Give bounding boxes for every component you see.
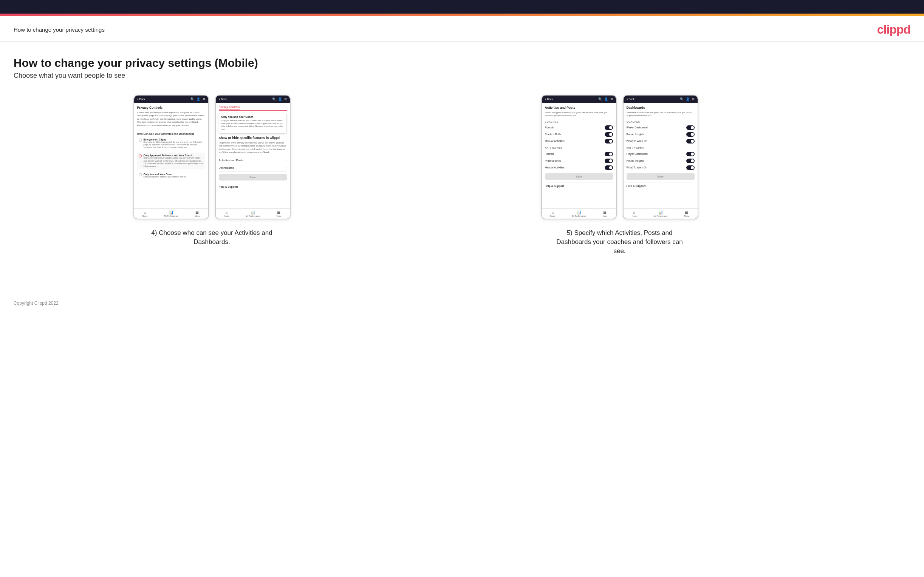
toggle-coaches-player-dashboard-switch[interactable] xyxy=(686,126,695,130)
toggle-coaches-what-to-work[interactable]: What To Work On xyxy=(627,138,695,145)
toggle-coaches-round-insights-switch[interactable] xyxy=(686,132,695,137)
nav-performance-3[interactable]: 📊 My Performance xyxy=(572,210,586,217)
toggle-coaches-drills-switch[interactable] xyxy=(605,132,613,137)
toggle-followers-rounds-label: Rounds xyxy=(545,153,554,155)
phone-back-4[interactable]: < Back xyxy=(627,98,635,100)
nav-home-3[interactable]: ⌂ Home xyxy=(550,210,555,217)
toggle-coaches-what-to-work-switch[interactable] xyxy=(686,139,695,143)
person-icon-2[interactable]: 👤 xyxy=(278,97,282,101)
privacy-tab-2: Privacy Controls xyxy=(219,106,287,111)
phone-screen-3: < Back 🔍 👤 ⚙ Activities and Posts Select… xyxy=(541,95,617,219)
toggle-followers-rounds-switch[interactable] xyxy=(605,152,613,156)
search-icon-4[interactable]: 🔍 xyxy=(680,97,684,101)
who-can-see-label: Who Can See Your Activities and Dashboar… xyxy=(137,132,205,135)
nav-menu-2[interactable]: ☰ Menu xyxy=(277,210,281,217)
menu-dashboards-2[interactable]: Dashboards › xyxy=(219,164,287,172)
phone-icons-2: 🔍 👤 ⚙ xyxy=(272,97,287,101)
popup-box-2: Only You and Your Coach Only you and the… xyxy=(219,113,287,134)
followers-label-3: FOLLOWERS xyxy=(545,147,613,150)
coaches-label-4: COACHES xyxy=(627,121,695,123)
nav-home-4[interactable]: ⌂ Home xyxy=(632,210,637,217)
toggle-coaches-manual-switch[interactable] xyxy=(605,139,613,143)
home-icon-1: ⌂ xyxy=(144,210,146,214)
caption-5: 5) Specify which Activities, Posts and D… xyxy=(556,229,684,255)
option-approved-title: Only Approved Followers and Your Coach xyxy=(144,154,204,157)
toggle-followers-what-to-work[interactable]: What To Work On xyxy=(627,164,695,171)
option-coach-only-title: Only You and Your Coach xyxy=(144,173,186,176)
save-btn-2[interactable]: Save xyxy=(219,174,287,181)
screenshots-row: < Back 🔍 👤 ⚙ Privacy Controls Control ho… xyxy=(14,95,818,255)
toggle-coaches-manual[interactable]: Manual Activities xyxy=(545,138,613,145)
toggle-followers-player-dashboard-label: Player Dashboard xyxy=(627,153,648,155)
nav-menu-1[interactable]: ☰ Menu xyxy=(195,210,200,217)
settings-icon-2[interactable]: ⚙ xyxy=(284,97,287,101)
dashboards-title: Dashboards xyxy=(627,106,695,110)
toggle-coaches-rounds-switch[interactable] xyxy=(605,126,613,130)
menu-activities-2[interactable]: Activities and Posts › xyxy=(219,157,287,164)
nav-performance-2[interactable]: 📊 My Performance xyxy=(246,210,260,217)
option-approved[interactable]: Only Approved Followers and Your Coach O… xyxy=(137,153,205,169)
help-support-4: Help & Support xyxy=(627,185,695,187)
phone-topbar-4: < Back 🔍 👤 ⚙ xyxy=(624,95,698,103)
menu-dashboards-arrow-2: › xyxy=(286,166,287,169)
toggle-coaches-player-dashboard[interactable]: Player Dashboard xyxy=(627,124,695,131)
nav-menu-3[interactable]: ☰ Menu xyxy=(603,210,608,217)
nav-home-1[interactable]: ⌂ Home xyxy=(142,210,147,217)
radio-circle-coach-only xyxy=(139,173,142,176)
toggle-followers-manual-switch[interactable] xyxy=(605,165,613,170)
show-hide-body-2: Regardless of the privacy controls that … xyxy=(219,141,287,154)
option-everyone-body: Everyone on Clippd can search for you an… xyxy=(144,141,204,149)
settings-icon-4[interactable]: ⚙ xyxy=(692,97,695,101)
chart-icon-4: 📊 xyxy=(658,210,663,214)
toggle-followers-manual-label: Manual Activities xyxy=(545,166,565,169)
search-icon-3[interactable]: 🔍 xyxy=(598,97,602,101)
toggle-coaches-rounds[interactable]: Rounds xyxy=(545,124,613,131)
option-approved-body: Only approved followers and coaches you … xyxy=(144,157,204,168)
person-icon-3[interactable]: 👤 xyxy=(604,97,608,101)
toggle-followers-manual[interactable]: Manual Activities xyxy=(545,164,613,171)
search-icon-2[interactable]: 🔍 xyxy=(272,97,276,101)
phone-bottom-nav-4: ⌂ Home 📊 My Performance ☰ Menu xyxy=(624,208,698,219)
toggle-followers-round-insights-switch[interactable] xyxy=(686,159,695,163)
settings-icon-1[interactable]: ⚙ xyxy=(203,97,205,101)
search-icon-1[interactable]: 🔍 xyxy=(191,97,194,101)
toggle-followers-player-dashboard[interactable]: Player Dashboard xyxy=(627,151,695,158)
toggle-followers-drills-switch[interactable] xyxy=(605,159,613,163)
phone-icons-1: 🔍 👤 ⚙ xyxy=(191,97,205,101)
toggle-followers-what-to-work-switch[interactable] xyxy=(686,165,695,170)
settings-icon-3[interactable]: ⚙ xyxy=(610,97,613,101)
option-coach-only[interactable]: Only You and Your Coach Only you and the… xyxy=(137,171,205,180)
toggle-followers-player-dashboard-switch[interactable] xyxy=(686,152,695,156)
person-icon-1[interactable]: 👤 xyxy=(197,97,200,101)
phone-content-3: Activities and Posts Select the types of… xyxy=(542,103,616,208)
menu-icon-1: ☰ xyxy=(195,210,199,214)
copyright: Copyright Clippd 2022 xyxy=(14,301,58,306)
toggle-coaches-round-insights[interactable]: Round Insights xyxy=(627,131,695,138)
phone-back-1[interactable]: < Back xyxy=(137,98,145,100)
option-everyone[interactable]: Everyone on Clippd Everyone on Clippd ca… xyxy=(137,137,205,150)
nav-performance-1[interactable]: 📊 My Performance xyxy=(165,210,178,217)
phone-icons-3: 🔍 👤 ⚙ xyxy=(598,97,613,101)
phone-back-3[interactable]: < Back xyxy=(545,98,553,100)
toggle-coaches-rounds-label: Rounds xyxy=(545,126,554,129)
nav-home-2[interactable]: ⌂ Home xyxy=(224,210,229,217)
privacy-tab-label-2[interactable]: Privacy Controls xyxy=(219,106,240,110)
phone-bottom-nav-1: ⌂ Home 📊 My Performance ☰ Menu xyxy=(134,208,208,219)
person-icon-4[interactable]: 👤 xyxy=(686,97,690,101)
nav-menu-4[interactable]: ☰ Menu xyxy=(684,210,689,217)
toggle-coaches-drills[interactable]: Practice Drills xyxy=(545,131,613,138)
option-everyone-title: Everyone on Clippd xyxy=(144,138,204,141)
toggle-followers-drills[interactable]: Practice Drills xyxy=(545,158,613,164)
toggle-followers-round-insights[interactable]: Round Insights xyxy=(627,158,695,164)
toggle-followers-rounds[interactable]: Rounds xyxy=(545,151,613,158)
save-btn-4[interactable]: Save xyxy=(627,173,695,180)
screenshot-group-1: < Back 🔍 👤 ⚙ Privacy Controls Control ho… xyxy=(14,95,410,247)
phone-back-2[interactable]: < Back xyxy=(219,98,227,100)
save-btn-3[interactable]: Save xyxy=(545,173,613,180)
show-hide-title-2: Show or hide specific features in Clippd xyxy=(219,136,287,140)
phone-icons-4: 🔍 👤 ⚙ xyxy=(680,97,695,101)
top-bar xyxy=(0,0,924,14)
privacy-controls-body-1: Control how you and your data appears to… xyxy=(137,111,205,127)
dashboards-body: Select the dashboards that you'd like to… xyxy=(627,111,695,118)
nav-performance-4[interactable]: 📊 My Performance xyxy=(654,210,668,217)
